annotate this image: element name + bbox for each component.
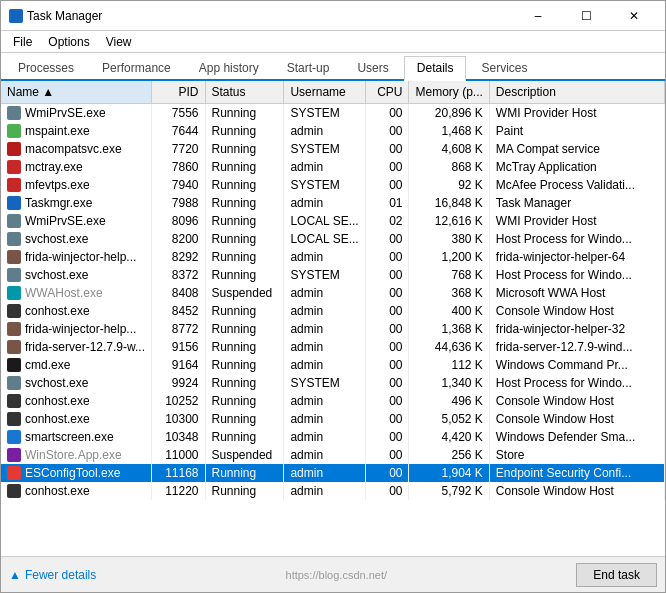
maximize-button[interactable]: ☐: [563, 1, 609, 31]
process-icon: [7, 466, 21, 480]
table-row[interactable]: WinStore.App.exe 11000 Suspended admin 0…: [1, 446, 665, 464]
table-row[interactable]: mspaint.exe 7644 Running admin 00 1,468 …: [1, 122, 665, 140]
table-row[interactable]: Taskmgr.exe 7988 Running admin 01 16,848…: [1, 194, 665, 212]
app-icon: [9, 9, 23, 23]
cell-status: Running: [205, 464, 284, 482]
table-row[interactable]: mctray.exe 7860 Running admin 00 868 K M…: [1, 158, 665, 176]
cell-cpu: 00: [365, 302, 409, 320]
cell-desc: WMI Provider Host: [489, 212, 664, 230]
col-header-desc[interactable]: Description: [489, 81, 664, 104]
cell-name: WmiPrvSE.exe: [1, 104, 152, 123]
cell-name: mctray.exe: [1, 158, 152, 176]
cell-username: admin: [284, 284, 365, 302]
table-row[interactable]: frida-server-12.7.9-w... 9156 Running ad…: [1, 338, 665, 356]
process-icon: [7, 430, 21, 444]
status-bar: ▲ Fewer details https://blog.csdn.net/ E…: [1, 556, 665, 592]
table-row[interactable]: WWAHost.exe 8408 Suspended admin 00 368 …: [1, 284, 665, 302]
cell-pid: 8372: [152, 266, 205, 284]
process-icon: [7, 484, 21, 498]
cell-status: Running: [205, 392, 284, 410]
table-row[interactable]: conhost.exe 10252 Running admin 00 496 K…: [1, 392, 665, 410]
cell-desc: MA Compat service: [489, 140, 664, 158]
table-row[interactable]: smartscreen.exe 10348 Running admin 00 4…: [1, 428, 665, 446]
cell-cpu: 00: [365, 230, 409, 248]
cell-status: Running: [205, 176, 284, 194]
cell-cpu: 02: [365, 212, 409, 230]
col-header-pid[interactable]: PID: [152, 81, 205, 104]
process-name-text: WinStore.App.exe: [25, 448, 122, 462]
tab-services[interactable]: Services: [468, 56, 540, 79]
cell-desc: Console Window Host: [489, 482, 664, 500]
cell-desc: frida-server-12.7.9-wind...: [489, 338, 664, 356]
col-header-memory[interactable]: Memory (p...: [409, 81, 489, 104]
table-row[interactable]: ESConfigTool.exe 11168 Running admin 00 …: [1, 464, 665, 482]
cell-name: svchost.exe: [1, 374, 152, 392]
table-row[interactable]: frida-winjector-help... 8292 Running adm…: [1, 248, 665, 266]
close-button[interactable]: ✕: [611, 1, 657, 31]
cell-status: Suspended: [205, 284, 284, 302]
menu-file[interactable]: File: [5, 33, 40, 51]
cell-memory: 380 K: [409, 230, 489, 248]
process-icon: [7, 250, 21, 264]
process-name-text: Taskmgr.exe: [25, 196, 92, 210]
table-row[interactable]: svchost.exe 8372 Running SYSTEM 00 768 K…: [1, 266, 665, 284]
table-row[interactable]: frida-winjector-help... 8772 Running adm…: [1, 320, 665, 338]
table-row[interactable]: svchost.exe 9924 Running SYSTEM 00 1,340…: [1, 374, 665, 392]
tab-app-history[interactable]: App history: [186, 56, 272, 79]
col-header-cpu[interactable]: CPU: [365, 81, 409, 104]
process-name-text: mspaint.exe: [25, 124, 90, 138]
cell-desc: Console Window Host: [489, 410, 664, 428]
process-name-text: svchost.exe: [25, 268, 88, 282]
cell-desc: Console Window Host: [489, 302, 664, 320]
window-controls: – ☐ ✕: [515, 1, 657, 31]
cell-username: admin: [284, 248, 365, 266]
table-row[interactable]: svchost.exe 8200 Running LOCAL SE... 00 …: [1, 230, 665, 248]
table-row[interactable]: conhost.exe 11220 Running admin 00 5,792…: [1, 482, 665, 500]
table-row[interactable]: conhost.exe 10300 Running admin 00 5,052…: [1, 410, 665, 428]
process-list: WmiPrvSE.exe 7556 Running SYSTEM 00 20,8…: [1, 104, 665, 501]
tab-details[interactable]: Details: [404, 56, 467, 81]
cell-pid: 7988: [152, 194, 205, 212]
col-header-username[interactable]: Username: [284, 81, 365, 104]
tab-startup[interactable]: Start-up: [274, 56, 343, 79]
cell-pid: 7940: [152, 176, 205, 194]
cell-username: admin: [284, 464, 365, 482]
cell-memory: 1,904 K: [409, 464, 489, 482]
task-manager-window: Task Manager – ☐ ✕ File Options View Pro…: [0, 0, 666, 593]
process-table-container[interactable]: Name ▲ PID Status Username CPU Memory (p…: [1, 81, 665, 556]
table-row[interactable]: WmiPrvSE.exe 8096 Running LOCAL SE... 02…: [1, 212, 665, 230]
cell-cpu: 00: [365, 482, 409, 500]
end-task-button[interactable]: End task: [576, 563, 657, 587]
cell-name: conhost.exe: [1, 482, 152, 500]
menu-bar: File Options View: [1, 31, 665, 53]
cell-username: admin: [284, 320, 365, 338]
cell-status: Suspended: [205, 446, 284, 464]
window-title: Task Manager: [27, 9, 515, 23]
cell-cpu: 00: [365, 158, 409, 176]
fewer-details-button[interactable]: ▲ Fewer details: [9, 568, 96, 582]
table-row[interactable]: mfevtps.exe 7940 Running SYSTEM 00 92 K …: [1, 176, 665, 194]
minimize-button[interactable]: –: [515, 1, 561, 31]
menu-view[interactable]: View: [98, 33, 140, 51]
cell-username: admin: [284, 356, 365, 374]
process-icon: [7, 142, 21, 156]
table-row[interactable]: WmiPrvSE.exe 7556 Running SYSTEM 00 20,8…: [1, 104, 665, 123]
tab-users[interactable]: Users: [344, 56, 401, 79]
cell-cpu: 00: [365, 320, 409, 338]
cell-pid: 9164: [152, 356, 205, 374]
col-header-name[interactable]: Name ▲: [1, 81, 152, 104]
cell-username: admin: [284, 446, 365, 464]
col-header-status[interactable]: Status: [205, 81, 284, 104]
cell-name: svchost.exe: [1, 266, 152, 284]
tab-performance[interactable]: Performance: [89, 56, 184, 79]
table-row[interactable]: macompatsvc.exe 7720 Running SYSTEM 00 4…: [1, 140, 665, 158]
cell-pid: 10300: [152, 410, 205, 428]
cell-memory: 44,636 K: [409, 338, 489, 356]
table-row[interactable]: conhost.exe 8452 Running admin 00 400 K …: [1, 302, 665, 320]
cell-cpu: 00: [365, 464, 409, 482]
process-icon: [7, 196, 21, 210]
table-row[interactable]: cmd.exe 9164 Running admin 00 112 K Wind…: [1, 356, 665, 374]
menu-options[interactable]: Options: [40, 33, 97, 51]
tab-processes[interactable]: Processes: [5, 56, 87, 79]
cell-status: Running: [205, 338, 284, 356]
